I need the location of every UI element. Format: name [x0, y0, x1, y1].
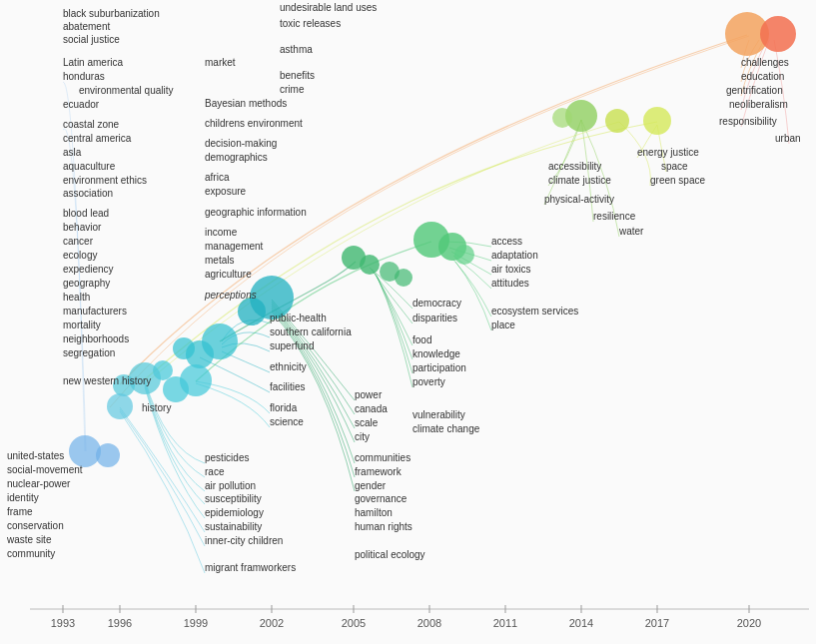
main-visualization: 1993 1996 1999 2002 2005 2008 2011 2014 … — [0, 0, 816, 644]
label-demographics: demographics — [205, 152, 268, 163]
label-agriculture: agriculture — [205, 269, 252, 280]
label-perceptions: perceptions — [204, 290, 257, 301]
label-gender: gender — [355, 480, 387, 491]
label-gentrification: gentrification — [726, 85, 783, 96]
label-honduras: honduras — [63, 71, 105, 82]
year-2002: 2002 — [260, 617, 284, 629]
label-accessibility: accessibility — [548, 161, 601, 172]
label-adaptation: adaptation — [491, 250, 538, 261]
label-scale: scale — [355, 417, 379, 428]
label-conservation: conservation — [7, 520, 64, 531]
label-susceptibility: susceptibility — [205, 493, 262, 504]
year-2020: 2020 — [737, 617, 761, 629]
label-democracy: democracy — [412, 298, 461, 309]
label-geographic-information: geographic information — [205, 207, 307, 218]
bubble-2020-2 — [760, 16, 796, 52]
label-mortality: mortality — [63, 320, 101, 330]
label-environment-ethics: environment ethics — [63, 175, 147, 186]
label-race: race — [205, 466, 225, 477]
label-market: market — [205, 57, 236, 68]
label-food: food — [412, 334, 431, 345]
label-community: community — [7, 548, 55, 559]
label-power: power — [355, 389, 383, 400]
label-segregation: segregation — [63, 347, 115, 358]
label-environmental-quality: environmental quality — [79, 85, 174, 96]
label-space: space — [661, 161, 688, 172]
label-resilience: resilience — [593, 211, 636, 222]
label-hamilton: hamilton — [355, 507, 393, 518]
year-2014: 2014 — [569, 617, 593, 629]
label-poverty: poverty — [412, 376, 445, 387]
label-climate-justice: climate justice — [548, 175, 611, 186]
label-human-rights: human rights — [355, 521, 412, 532]
label-vulnerability: vulnerability — [412, 409, 465, 420]
label-blood-lead: blood lead — [63, 208, 109, 219]
label-migrant-framworkers: migrant framworkers — [205, 562, 296, 573]
year-2005: 2005 — [342, 617, 366, 629]
label-aquaculture: aquaculture — [63, 161, 116, 172]
label-frame: frame — [7, 506, 33, 517]
label-inner-city-children: inner-city children — [205, 535, 283, 546]
label-ecuador: ecuador — [63, 99, 100, 110]
label-manufacturers: manufacturers — [63, 306, 127, 317]
label-history: history — [142, 402, 171, 413]
label-cancer: cancer — [63, 236, 94, 247]
bubble-2002-2 — [238, 298, 266, 325]
label-urban: urban — [775, 133, 801, 144]
label-political-ecology: political ecology — [355, 549, 425, 560]
label-pesticides: pesticides — [205, 452, 249, 463]
label-water: water — [618, 226, 644, 237]
label-neoliberalism: neoliberalism — [729, 99, 788, 110]
label-science: science — [270, 416, 304, 427]
bubble-2005-2 — [360, 255, 380, 275]
label-facilities: facilities — [270, 381, 306, 392]
label-black-suburbanization: black suburbanization — [63, 8, 160, 19]
label-epidemiology: epidemiology — [205, 507, 264, 518]
bubble-1993-2 — [96, 443, 120, 467]
label-access: access — [491, 236, 522, 247]
label-decision-making: decision-making — [205, 138, 277, 149]
visualization-svg: 1993 1996 1999 2002 2005 2008 2011 2014 … — [0, 0, 816, 644]
label-childrens-environment: childrens environment — [205, 118, 303, 129]
label-canada: canada — [355, 403, 388, 414]
label-africa: africa — [205, 172, 230, 183]
label-communities: communities — [355, 452, 410, 463]
label-governance: governance — [355, 493, 408, 504]
label-challenges: challenges — [741, 57, 789, 68]
label-disparities: disparities — [412, 313, 457, 323]
label-energy-justice: energy justice — [637, 147, 699, 158]
year-1993: 1993 — [51, 617, 75, 629]
label-superfund: superfund — [270, 340, 314, 351]
bubble-2017-2 — [605, 109, 629, 133]
label-air-toxics: air toxics — [491, 264, 530, 275]
label-metals: metals — [205, 255, 234, 266]
label-abatement: abatement — [63, 21, 110, 32]
label-green-space: green space — [650, 175, 705, 186]
label-nuclear-power: nuclear-power — [7, 478, 71, 489]
bubble-1999-3 — [173, 337, 195, 359]
label-southern-california: southern california — [270, 326, 352, 337]
label-latin-america: Latin america — [63, 57, 123, 68]
label-crime: crime — [280, 84, 305, 95]
label-association: association — [63, 188, 113, 199]
label-florida: florida — [270, 402, 298, 413]
label-asthma: asthma — [280, 44, 313, 55]
year-2011: 2011 — [493, 617, 517, 629]
label-air-pollution: air pollution — [205, 480, 256, 491]
label-ecology: ecology — [63, 250, 97, 261]
label-management: management — [205, 241, 264, 252]
label-waste-site: waste site — [6, 534, 52, 545]
label-social-justice: social justice — [63, 34, 120, 45]
label-identity: identity — [7, 492, 39, 503]
label-neighborhoods: neighborhoods — [63, 333, 129, 344]
label-central-america: central america — [63, 133, 132, 144]
bubble-2017-1 — [643, 107, 671, 135]
bubble-1996-2 — [163, 376, 189, 402]
label-ethnicity: ethnicity — [270, 361, 307, 372]
label-bayesian-methods: Bayesian methods — [205, 98, 287, 109]
year-2008: 2008 — [417, 617, 441, 629]
label-asla: asla — [63, 147, 82, 158]
label-attitudes: attitudes — [491, 278, 529, 289]
label-income: income — [205, 227, 238, 238]
bubble-1993-1 — [69, 435, 101, 467]
